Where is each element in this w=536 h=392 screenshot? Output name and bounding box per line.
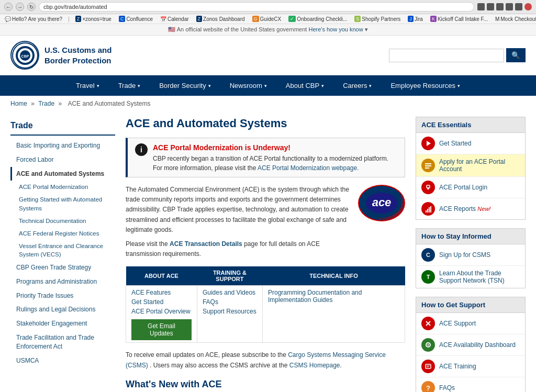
bookmark-zonos[interactable]: Z ×zonos=true: [74, 15, 113, 23]
sidebar-item-ace[interactable]: ACE and Automated Systems: [10, 167, 115, 181]
sidebar-item-trade-facilitation[interactable]: Trade Facilitation and Trade Enforcement…: [10, 331, 115, 354]
ace-essentials-section: ACE Essentials Get Started: [416, 117, 526, 220]
sidebar-item-priority-trade[interactable]: Priority Trade Issues: [10, 289, 115, 303]
breadcrumb-home[interactable]: Home: [10, 100, 27, 107]
nav-travel[interactable]: Travel▾: [66, 75, 109, 96]
sidebar-item-forced-labor[interactable]: Forced Labor: [10, 153, 115, 167]
whats-new-section: What's New with ACE The 2022 ACE User Sa…: [126, 379, 405, 392]
svg-text:ace: ace: [372, 196, 392, 209]
sidebar: Trade Basic Importing and Exporting Forc…: [10, 111, 115, 392]
get-support-section: How to Get Support ACE Support: [416, 297, 526, 392]
ace-availability-item[interactable]: ACE Availability Dashboard: [416, 334, 525, 356]
ace-transaction-link[interactable]: ACE Transaction Details: [170, 240, 242, 248]
browser-bar: ← → ↻ cbp.gov/trade/automated: [0, 0, 536, 14]
ace-reports-item[interactable]: ACE Reports New!: [416, 198, 525, 219]
svg-rect-18: [426, 210, 427, 212]
svg-text:CBP: CBP: [21, 54, 29, 58]
bookmark-icon: 💬: [5, 16, 11, 22]
nav-border-security[interactable]: Border Security▾: [150, 75, 220, 96]
ace-features-link[interactable]: ACE Features: [131, 288, 192, 297]
bookmark-calendar[interactable]: 📅 Calendar: [159, 16, 191, 23]
logo-area[interactable]: CBP U.S. Customs and Border Protection: [10, 41, 111, 70]
bookmark-mock[interactable]: M Mock Checkout: [494, 16, 536, 23]
table-cell-about: ACE Features Get Started ACE Portal Over…: [126, 286, 197, 343]
portal-login-icon: [421, 181, 435, 194]
refresh-button[interactable]: ↻: [27, 3, 36, 11]
get-started-link[interactable]: Get Started: [131, 297, 192, 307]
sidebar-item-getting-started[interactable]: Getting Started with Automated Systems: [10, 193, 115, 214]
ace-table: ABOUT ACE TRAINING & SUPPORT TECHNICAL I…: [126, 266, 405, 343]
info-box: i ACE Portal Modernization is Underway! …: [126, 138, 405, 177]
ace-training-item[interactable]: ACE Training: [416, 356, 525, 377]
programming-docs-link[interactable]: Programming Documentation and Implementa…: [268, 288, 399, 305]
table-cell-training: Guides and Videos FAQs Support Resources: [197, 286, 262, 343]
apply-portal-label: Apply for an ACE Portal Account: [439, 158, 520, 173]
back-button[interactable]: ←: [4, 3, 13, 11]
tsn-item[interactable]: T Learn About the Trade Support Network …: [416, 266, 525, 288]
sidebar-item-programs[interactable]: Programs and Administration: [10, 275, 115, 289]
whats-new-title: What's New with ACE: [126, 379, 405, 390]
content-area: ACE and Automated Systems i ACE Portal M…: [126, 111, 405, 392]
stay-informed-section: How to Stay Informed C Sign Up for CSMS …: [416, 228, 526, 288]
forward-button[interactable]: →: [16, 3, 24, 11]
nav-careers[interactable]: Careers▾: [333, 75, 381, 96]
sidebar-item-importing[interactable]: Basic Importing and Exporting: [10, 139, 115, 153]
cbp-seal: CBP: [10, 41, 39, 70]
ace-support-item[interactable]: ACE Support: [416, 313, 525, 334]
support-resources-link[interactable]: Support Resources: [203, 307, 257, 316]
get-started-icon: [421, 137, 435, 150]
ace-training-label: ACE Training: [439, 363, 476, 370]
nav-trade[interactable]: Trade▾: [109, 75, 150, 96]
ace-portal-login-item[interactable]: ACE Portal Login: [416, 177, 525, 198]
search-input[interactable]: [389, 49, 504, 62]
bookmark-onboarding[interactable]: ✓ Onboarding Checkli...: [287, 15, 349, 23]
breadcrumb-current: ACE and Automated Systems: [68, 100, 150, 107]
url-bar[interactable]: cbp.gov/trade/automated: [39, 2, 474, 12]
bookmark-zonos-dash[interactable]: Z Zonos Dashboard: [195, 15, 247, 23]
ace-reports-icon: [421, 202, 435, 216]
sign-up-csms-item[interactable]: C Sign Up for CSMS: [416, 244, 525, 266]
get-email-updates-button[interactable]: Get Email Updates: [131, 319, 192, 340]
bookmark-jira[interactable]: J Jira: [406, 15, 425, 23]
bookmark-shopify[interactable]: S Shopify Partners: [353, 15, 402, 23]
email-updates-text: To receive email updates on ACE, please …: [126, 350, 405, 370]
faqs-item[interactable]: ? FAQs: [416, 377, 525, 392]
nav-employee-resources[interactable]: Employee Resources▾: [381, 75, 470, 96]
sidebar-item-usmca[interactable]: USMCA: [10, 354, 115, 368]
sidebar-item-stakeholder[interactable]: Stakeholder Engagement: [10, 317, 115, 331]
how-you-know-link[interactable]: Here's how you know: [308, 26, 363, 32]
availability-label: ACE Availability Dashboard: [439, 341, 516, 349]
bookmarks-bar: 💬 Hello? Are you there? | Z ×zonos=true …: [0, 14, 536, 24]
site-header: CBP U.S. Customs and Border Protection 🔍: [0, 36, 536, 75]
svg-point-27: [428, 344, 429, 346]
ace-reports-label: ACE Reports New!: [439, 205, 490, 212]
bookmark-hello[interactable]: 💬 Hello? Are you there?: [3, 16, 64, 23]
sidebar-item-green-trade[interactable]: CBP Green Trade Strategy: [10, 261, 115, 275]
bookmark-kickoff[interactable]: K Kickoff Call Intake F...: [429, 15, 489, 23]
get-started-right-item[interactable]: Get Started: [416, 133, 525, 154]
breadcrumb: Home » Trade » ACE and Automated Systems: [0, 96, 536, 111]
bookmark-guidecx[interactable]: G GuideCX: [251, 15, 283, 23]
breadcrumb-trade[interactable]: Trade: [38, 100, 54, 107]
sidebar-item-rulings[interactable]: Rulings and Legal Decisions: [10, 303, 115, 317]
info-box-line2: For more information, please visit the A…: [153, 164, 388, 172]
ace-support-label: ACE Support: [439, 320, 476, 327]
faqs-table-link[interactable]: FAQs: [203, 297, 257, 307]
sidebar-item-federal-register[interactable]: ACE Federal Register Notices: [10, 227, 115, 240]
csms-homepage-link[interactable]: CSMS Homepage: [289, 362, 340, 369]
nav-newsroom[interactable]: Newsroom▾: [220, 75, 276, 96]
ace-portal-mod-link[interactable]: ACE Portal Modernization webpage.: [258, 164, 359, 172]
apply-ace-portal-item[interactable]: Apply for an ACE Portal Account: [416, 154, 525, 177]
table-header-about: ABOUT ACE: [126, 266, 197, 286]
guides-videos-link[interactable]: Guides and Videos: [203, 288, 257, 297]
search-button[interactable]: 🔍: [506, 48, 526, 62]
sidebar-item-vecs[interactable]: Vessel Entrance and Clearance System (VE…: [10, 240, 115, 261]
nav-about-cbp[interactable]: About CBP▾: [276, 75, 333, 96]
ace-portal-overview-link[interactable]: ACE Portal Overview: [131, 307, 192, 316]
bookmark-confluence[interactable]: C Confluence: [117, 15, 154, 23]
sidebar-item-technical-docs[interactable]: Technical Documentation: [10, 215, 115, 227]
tsn-icon: T: [421, 270, 435, 284]
flag-icon: 🇺🇸: [168, 26, 175, 32]
availability-icon: [421, 338, 435, 352]
sidebar-item-ace-portal-mod[interactable]: ACE Portal Modernization: [10, 181, 115, 193]
